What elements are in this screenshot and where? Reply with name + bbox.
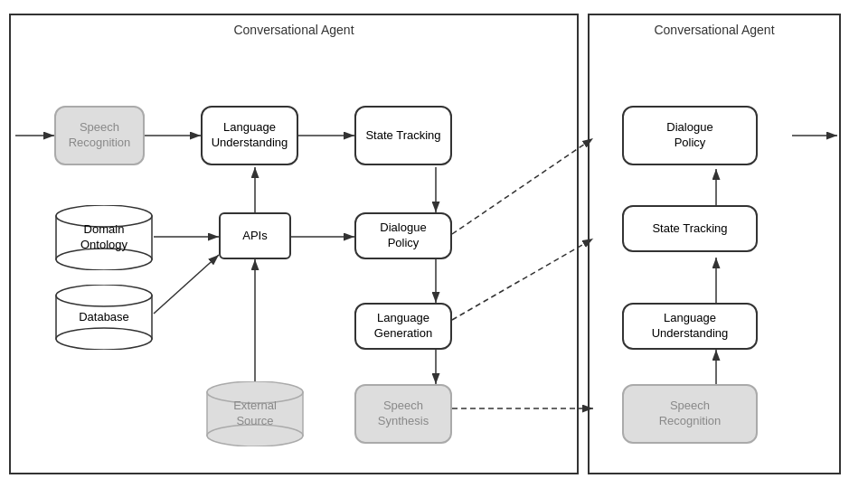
- left-external-source: ExternalSource: [205, 381, 305, 446]
- left-agent-title: Conversational Agent: [233, 23, 354, 37]
- svg-line-9: [154, 255, 219, 314]
- left-apis: APIs: [219, 212, 291, 259]
- right-agent-box: Conversational Agent DialoguePolicy Stat: [588, 14, 841, 474]
- right-language-understanding: LanguageUnderstanding: [622, 303, 758, 350]
- left-speech-synthesis: SpeechSynthesis: [354, 384, 452, 444]
- left-speech-recognition: SpeechRecognition: [54, 106, 145, 165]
- right-agent-title: Conversational Agent: [654, 23, 774, 37]
- left-agent-box: Conversational Agent: [9, 14, 579, 474]
- left-domain-ontology: DomainOntology: [54, 205, 154, 270]
- left-language-generation: LanguageGeneration: [354, 303, 452, 350]
- left-language-understanding: LanguageUnderstanding: [201, 106, 298, 165]
- diagram-container: Conversational Agent: [0, 0, 868, 488]
- left-dialogue-policy: DialoguePolicy: [354, 212, 452, 259]
- svg-point-17: [56, 285, 152, 306]
- left-database: Database: [54, 285, 154, 350]
- left-state-tracking: State Tracking: [354, 106, 452, 165]
- right-speech-recognition: SpeechRecognition: [622, 384, 758, 444]
- right-state-tracking: State Tracking: [622, 205, 758, 252]
- svg-point-18: [56, 328, 152, 350]
- right-dialogue-policy: DialoguePolicy: [622, 106, 758, 165]
